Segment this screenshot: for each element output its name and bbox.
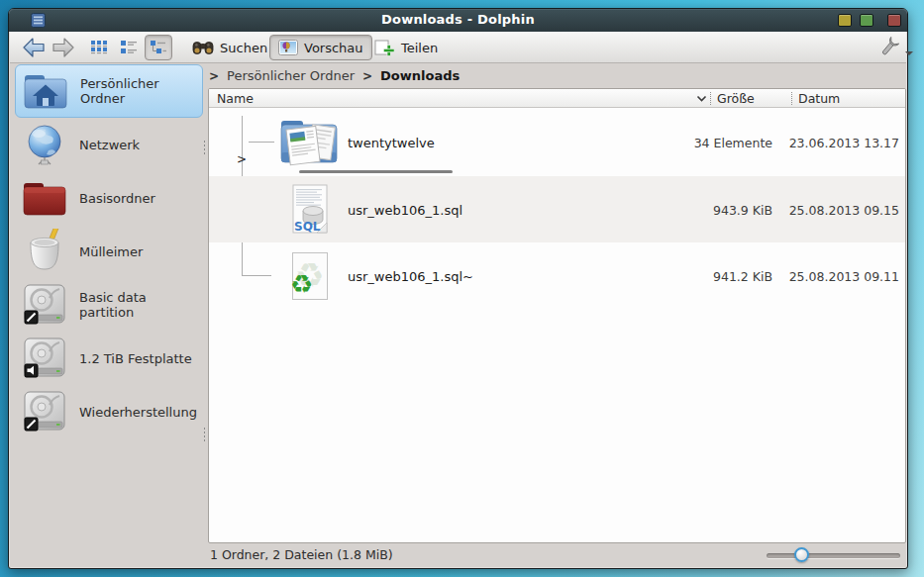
search-button[interactable]: Suchen [184,35,275,60]
preview-photo-icon [278,40,298,55]
chevron-down-icon [905,51,913,55]
icons-view-button[interactable] [85,35,113,60]
sidebar-item-home[interactable]: Persönlicher Ordner [15,64,203,118]
column-header-name[interactable]: Name [217,91,254,106]
breadcrumb-item-current[interactable]: Downloads [380,68,460,83]
statusbar: 1 Ordner, 2 Dateien (1.8 MiB) [9,541,907,568]
sidebar-item-basic-data-partition[interactable]: Basic data partition [15,278,203,332]
settings-menu-button[interactable] [873,35,917,60]
sidebar-item-label: Netzwerk [79,138,140,152]
column-separator[interactable] [791,92,792,105]
icons-view-icon [90,40,108,55]
file-row-sql-backup[interactable]: ♻ ♻ usr_web106_1.sql~ 941.2 KiB 25.08.20… [209,242,905,309]
preview-shadow [299,170,453,173]
sql-file-icon: SQL [286,184,334,236]
network-globe-icon [22,122,67,167]
file-row-twentytwelve[interactable]: > [209,108,905,176]
preview-toggle-button[interactable]: Vorschau [269,35,372,60]
column-header-size[interactable]: Größe [717,91,755,106]
harddisk-icon [22,389,67,434]
compact-view-icon [120,40,138,55]
maximize-button[interactable] [860,14,873,27]
column-separator[interactable] [710,92,711,105]
forward-button[interactable] [51,37,75,58]
share-button[interactable]: Teilen [366,35,446,60]
sidebar-item-wiederherstellung[interactable]: Wiederherstellung [15,385,203,438]
places-panel: Persönlicher Ordner Netzwerk [12,64,206,541]
sidebar-item-label: Basic data partition [79,290,203,320]
share-label: Teilen [401,41,438,55]
titlebar[interactable]: Downloads - Dolphin [9,9,907,32]
desktop: Downloads - Dolphin [0,0,924,577]
sidebar-item-label: Wiederherstellung [79,405,197,420]
harddisk-icon [22,282,67,328]
breadcrumb: > Persönlicher Ordner > Downloads [209,63,460,88]
sidebar-item-network[interactable]: Netzwerk [15,118,203,171]
zoom-slider[interactable] [767,553,900,558]
close-button[interactable] [887,14,901,27]
file-row-sql[interactable]: SQL usr_web106_1.sql 943.9 KiB 25.08.201… [209,176,905,242]
red-folder-icon [22,175,67,221]
breadcrumb-root-arrow[interactable]: > [209,69,219,83]
recycle-icon: ♻ [290,269,313,299]
status-summary: 1 Ordner, 2 Dateien (1.8 MiB) [210,547,393,562]
column-header-row: Name Größe Datum [209,89,905,108]
sidebar-item-label: 1.2 TiB Festplatte [79,351,192,366]
sql-text: SQL [294,220,321,234]
wrench-icon [877,37,899,58]
breadcrumb-separator[interactable]: > [362,69,372,83]
expand-arrow-icon[interactable]: > [237,152,247,166]
file-name: usr_web106_1.sql~ [348,268,473,283]
file-size: 941.2 KiB [634,268,772,283]
details-tree-view-button[interactable] [145,35,172,60]
search-label: Suchen [220,41,267,55]
backup-file-icon: ♻ ♻ [288,250,332,302]
folder-preview-icon [278,113,340,170]
file-name: usr_web106_1.sql [348,202,462,217]
file-view: Name Größe Datum > [208,88,906,543]
zoom-slider-handle[interactable] [794,547,809,562]
file-date: 25.08.2013 09.15 [782,202,899,217]
sidebar-item-root[interactable]: Basisordner [15,171,203,225]
sidebar-item-trash[interactable]: Mülleimer [15,225,203,278]
sidebar-item-label: Mülleimer [79,244,143,259]
folder-home-icon [23,68,68,114]
share-plus-icon [374,40,395,56]
trash-icon [22,229,67,274]
toolbar: Suchen Vorschau T [10,32,906,63]
window-title: Downloads - Dolphin [9,12,907,27]
dolphin-window: Downloads - Dolphin [8,8,908,569]
breadcrumb-item-home[interactable]: Persönlicher Ordner [227,68,355,83]
splitter-grip[interactable] [203,427,206,442]
harddisk-icon [22,336,67,381]
details-view-icon [150,40,167,55]
sidebar-item-label: Basisordner [79,191,155,206]
sort-descending-icon [696,95,707,103]
binoculars-icon [192,40,214,55]
column-header-date[interactable]: Datum [798,91,840,106]
compact-view-button[interactable] [115,35,143,60]
file-size: 34 Elemente [634,135,772,149]
splitter-grip[interactable] [203,140,206,155]
preview-label: Vorschau [304,41,363,55]
file-date: 25.08.2013 09.11 [782,268,899,283]
file-name: twentytwelve [348,135,435,149]
file-size: 943.9 KiB [634,202,772,217]
back-button[interactable] [22,37,46,58]
sidebar-item-label: Persönlicher Ordner [80,76,202,106]
sidebar-item-festplatte[interactable]: 1.2 TiB Festplatte [15,332,203,385]
file-date: 23.06.2013 13.17 [782,135,899,149]
minimize-button[interactable] [838,14,852,27]
